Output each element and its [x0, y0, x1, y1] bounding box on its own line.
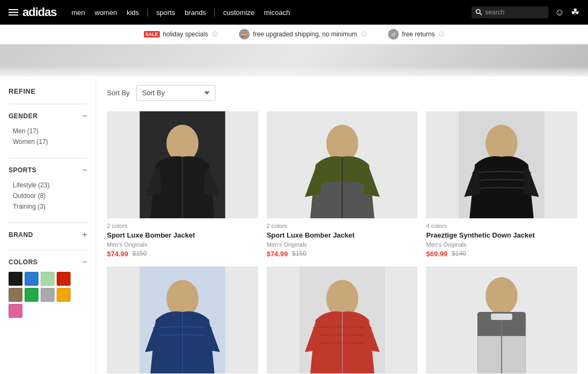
svg-point-3 — [166, 125, 198, 162]
product-name-p3: Praeztige Synthetic Down Jacket — [426, 231, 577, 240]
filter-brand-title: BRAND — [9, 231, 33, 239]
nav-men[interactable]: men — [67, 9, 89, 17]
filter-gender-women[interactable]: Women (17) — [13, 136, 87, 147]
nav-divider-1: | — [144, 7, 151, 17]
price-current-p3: $69.99 — [426, 250, 447, 258]
promo-shipping: 🚚 free upgraded shipping, no minimum ⓘ — [239, 29, 367, 40]
color-grid — [9, 272, 87, 318]
account-icon[interactable]: ☺ — [555, 7, 564, 18]
product-image-p6 — [426, 266, 577, 373]
product-image-p5 — [267, 266, 418, 373]
filter-sports-toggle[interactable]: − — [82, 166, 87, 174]
product-colors-p2: 2 colors — [267, 223, 418, 229]
color-swatch-6[interactable] — [41, 288, 55, 302]
cart-icon[interactable]: ☘ — [571, 6, 579, 18]
filter-colors-toggle[interactable]: − — [82, 258, 87, 266]
product-card-p4[interactable]: 4 colors Praeztige Synthetic Down Jacket… — [107, 266, 258, 374]
color-swatch-1[interactable] — [25, 272, 38, 286]
filter-brand-header[interactable]: BRAND + — [9, 231, 87, 239]
shipping-icon: 🚚 — [239, 29, 250, 40]
main-layout: REFINE GENDER − Men (17) Women (17) SPOR… — [0, 77, 588, 374]
price-current-p1: $74.99 — [107, 250, 128, 258]
product-category-p1: Men's Originals — [107, 241, 258, 248]
svg-point-6 — [326, 125, 358, 162]
filter-brand: BRAND + — [9, 223, 87, 239]
product-category-p2: Men's Originals — [267, 241, 418, 248]
nav-women[interactable]: women — [90, 9, 121, 17]
product-pricing-p2: $74.99 $150 — [267, 250, 418, 258]
nav-kids[interactable]: kids — [122, 9, 143, 17]
logo-area: adidas — [9, 5, 57, 19]
filter-gender: GENDER − Men (17) Women (17) — [9, 104, 87, 147]
svg-point-11 — [166, 280, 198, 317]
main-nav: men women kids | sports brands | customi… — [67, 7, 295, 17]
filter-colors: COLORS − — [9, 250, 87, 318]
color-swatch-3[interactable] — [57, 272, 71, 286]
product-image-p1 — [107, 111, 258, 218]
promo-shipping-text: free upgraded shipping, no minimum — [253, 30, 357, 38]
filter-sports-outdoor[interactable]: Outdoor (8) — [13, 190, 87, 201]
filter-sports-header[interactable]: SPORTS − — [9, 166, 87, 174]
header-right: ☺ ☘ — [471, 6, 579, 18]
price-current-p2: $74.99 — [267, 250, 288, 258]
color-swatch-4[interactable] — [9, 288, 22, 302]
promo-shipping-info[interactable]: ⓘ — [361, 30, 367, 38]
product-image-p4 — [107, 266, 258, 373]
price-original-p3: $140 — [452, 250, 466, 257]
promo-returns: ↺ free returns ⓘ — [388, 29, 444, 40]
returns-icon: ↺ — [388, 29, 399, 40]
product-colors-p3: 4 colors — [426, 223, 577, 229]
color-swatch-7[interactable] — [57, 288, 71, 302]
promo-sale-info[interactable]: ⓘ — [212, 30, 218, 38]
product-grid: 2 colors Sport Luxe Bomber Jacket Men's … — [107, 111, 577, 374]
product-area: Sort By Sort ByPrice: Low to HighPrice: … — [96, 77, 588, 374]
filter-gender-men[interactable]: Men (17) — [13, 126, 87, 136]
nav-customize[interactable]: customize — [219, 9, 259, 17]
color-swatch-5[interactable] — [25, 288, 38, 302]
filter-colors-header[interactable]: COLORS − — [9, 258, 87, 266]
product-card-p5[interactable]: 4 colors Praeztige Synthetic Down Jacket… — [267, 266, 418, 374]
product-colors-p1: 2 colors — [107, 223, 258, 229]
color-swatch-2[interactable] — [41, 272, 55, 286]
filter-sports-title: SPORTS — [9, 166, 36, 174]
promo-returns-info[interactable]: ⓘ — [439, 30, 444, 38]
sale-badge: SALE — [144, 31, 160, 37]
filter-sports-training[interactable]: Training (3) — [13, 201, 87, 212]
product-pricing-p3: $69.99 $140 — [426, 250, 577, 258]
sort-bar: Sort By Sort ByPrice: Low to HighPrice: … — [107, 85, 577, 101]
logo-text: adidas — [22, 5, 57, 19]
promo-returns-text: free returns — [402, 30, 435, 38]
filter-colors-title: COLORS — [9, 258, 37, 266]
hamburger-icon[interactable] — [9, 9, 18, 16]
sort-select[interactable]: Sort ByPrice: Low to HighPrice: High to … — [136, 85, 215, 101]
svg-point-17 — [486, 277, 518, 315]
sort-label: Sort By — [107, 89, 130, 97]
hero-banner — [0, 44, 588, 77]
filter-sports-lifestyle[interactable]: Lifestyle (23) — [13, 180, 87, 190]
refine-title: REFINE — [9, 87, 87, 95]
product-name-p2: Sport Luxe Bomber Jacket — [267, 231, 418, 240]
filter-gender-header[interactable]: GENDER − — [9, 112, 87, 120]
product-card-p1[interactable]: 2 colors Sport Luxe Bomber Jacket Men's … — [107, 111, 258, 258]
nav-micoach[interactable]: micoach — [260, 9, 294, 17]
product-pricing-p1: $74.99 $150 — [107, 250, 258, 258]
svg-point-14 — [326, 280, 358, 317]
product-category-p3: Men's Originals — [426, 241, 577, 248]
color-swatch-0[interactable] — [9, 272, 22, 286]
product-card-p6[interactable]: 3 colors Praeztige Padded Vest Men's Ori… — [426, 266, 577, 374]
filter-gender-title: GENDER — [9, 112, 37, 120]
search-box[interactable] — [471, 6, 548, 18]
nav-sports[interactable]: sports — [152, 9, 179, 17]
filter-gender-toggle[interactable]: − — [82, 112, 87, 120]
product-card-p3[interactable]: 4 colors Praeztige Synthetic Down Jacket… — [426, 111, 577, 258]
filter-brand-toggle[interactable]: + — [82, 231, 87, 239]
search-input[interactable] — [485, 9, 544, 16]
color-swatch-8[interactable] — [9, 304, 22, 318]
product-card-p2[interactable]: 2 colors Sport Luxe Bomber Jacket Men's … — [267, 111, 418, 258]
search-icon — [476, 9, 482, 16]
nav-brands[interactable]: brands — [181, 9, 211, 17]
promo-bar: SALE holiday specials ⓘ 🚚 free upgraded … — [0, 25, 588, 44]
site-header: adidas men women kids | sports brands | … — [0, 0, 588, 25]
sidebar: REFINE GENDER − Men (17) Women (17) SPOR… — [0, 77, 96, 374]
product-image-p3 — [426, 111, 577, 218]
